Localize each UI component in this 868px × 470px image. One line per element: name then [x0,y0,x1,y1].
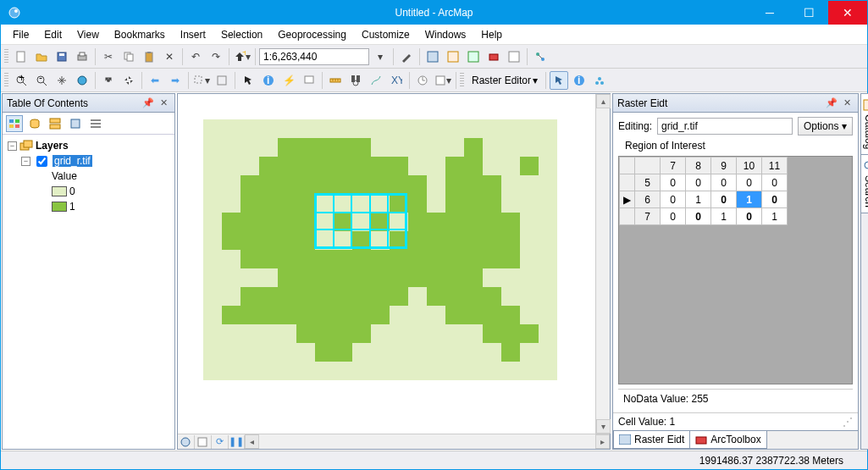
print-icon[interactable] [73,47,91,66]
tab-search[interactable]: Search [861,155,868,213]
undo-icon[interactable]: ↶ [186,47,205,66]
arctoolbox-icon[interactable] [484,47,503,66]
svg-rect-66 [864,100,868,110]
editing-layer-input[interactable] [657,118,793,135]
raster-info-icon[interactable]: i [570,71,589,90]
go-to-xy-icon[interactable]: XY [387,71,406,90]
scroll-up-icon[interactable]: ▴ [596,94,611,108]
html-popup-icon[interactable] [300,71,318,90]
catalog-window-icon[interactable] [444,47,462,66]
select-elements-icon[interactable] [239,71,257,90]
scroll-left-icon[interactable]: ◂ [245,434,259,449]
svg-rect-13 [448,52,458,62]
list-by-drawing-order-icon[interactable] [6,115,23,132]
options-button[interactable]: Options▾ [798,117,853,135]
scroll-right-icon[interactable]: ▸ [595,434,610,449]
raster-edit-tool-icon[interactable] [550,71,568,90]
delete-icon[interactable]: ✕ [160,47,179,66]
list-by-visibility-icon[interactable] [47,115,64,132]
menu-help[interactable]: Help [474,26,509,43]
legend-label-1: 1 [69,201,75,213]
map-view[interactable]: ▴ ▾ ⟳ ❚❚ ◂ ▸ [177,93,611,450]
map-scale-input[interactable] [259,48,369,65]
data-view-icon[interactable] [178,435,195,449]
back-icon[interactable]: ⬅ [146,71,164,90]
menu-insert[interactable]: Insert [174,26,213,43]
paste-icon[interactable] [140,47,158,66]
full-extent-icon[interactable] [73,71,91,90]
collapse-icon[interactable]: − [8,141,17,151]
cut-icon[interactable]: ✂ [99,47,118,66]
python-window-icon[interactable] [505,47,523,66]
zoom-in-icon[interactable]: + [12,71,30,90]
data-frame-label[interactable]: Layers [36,140,69,152]
add-data-icon[interactable]: +▾ [233,47,252,66]
menu-bookmarks[interactable]: Bookmarks [108,26,172,43]
toolbar-grip[interactable] [4,73,8,88]
raster-settings-icon[interactable] [590,71,609,90]
create-viewer-icon[interactable]: ▾ [434,71,452,90]
menu-view[interactable]: View [70,26,106,43]
menu-file[interactable]: File [6,26,36,43]
select-features-icon[interactable]: ▾ [192,71,211,90]
measure-icon[interactable] [326,71,345,90]
pause-drawing-icon[interactable]: ❚❚ [229,435,246,449]
scroll-down-icon[interactable]: ▾ [596,419,611,434]
find-icon[interactable] [346,71,365,90]
forward-icon[interactable]: ➡ [166,71,185,90]
raster-editor-dropdown[interactable]: Raster Editor▾ [467,71,542,90]
svg-line-19 [539,55,542,58]
roi-grid[interactable]: 7891011500000▶601010700101 [618,156,853,384]
tab-catalog[interactable]: Catalog [861,94,868,155]
model-builder-icon[interactable] [531,47,550,66]
vertical-scrollbar[interactable]: ▴ ▾ [595,94,610,434]
time-slider-icon[interactable] [413,71,432,90]
refresh-icon[interactable]: ⟳ [212,435,229,449]
copy-icon[interactable] [119,47,138,66]
fixed-zoom-in-icon[interactable] [99,71,118,90]
toc-toolbar [3,113,174,135]
menu-selection[interactable]: Selection [214,26,269,43]
pin-icon[interactable]: 📌 [825,97,838,110]
hyperlink-icon[interactable]: ⚡ [279,71,298,90]
svg-rect-64 [619,434,631,445]
svg-rect-2 [17,52,25,62]
layer-name[interactable]: grid_r.tif [53,155,92,167]
pan-icon[interactable] [53,71,71,90]
collapse-icon[interactable]: − [21,157,30,166]
open-icon[interactable] [32,47,51,66]
fixed-zoom-out-icon[interactable] [119,71,138,90]
toolbar-grip[interactable] [460,73,464,88]
identify-icon[interactable]: i [259,71,278,90]
options-icon[interactable] [87,115,104,132]
standard-toolbar: ✂ ✕ ↶ ↷ +▾ ▾ [1,45,867,69]
list-by-source-icon[interactable] [26,115,43,132]
svg-rect-6 [80,53,85,56]
layer-visibility-checkbox[interactable] [36,156,47,167]
new-document-icon[interactable] [12,47,30,66]
tab-raster-edit[interactable]: Raster Eidt [613,431,690,449]
menu-customize[interactable]: Customize [355,26,417,43]
editor-toolbar-icon[interactable] [397,47,416,66]
redo-icon[interactable]: ↷ [207,47,225,66]
pin-icon[interactable]: 📌 [141,97,155,110]
editing-label: Editing: [618,120,652,132]
layout-view-icon[interactable] [195,435,212,449]
list-by-selection-icon[interactable] [67,115,84,132]
save-icon[interactable] [53,47,71,66]
menu-edit[interactable]: Edit [37,26,69,43]
cell-value-label: Cell Value: 1 [618,416,675,428]
scale-dropdown-icon[interactable]: ▾ [371,47,390,66]
resize-grip-icon[interactable]: ⋰ [843,416,853,428]
zoom-out-icon[interactable]: - [32,71,51,90]
toolbar-grip[interactable] [4,49,8,64]
close-panel-icon[interactable]: ✕ [157,97,170,110]
clear-selection-icon[interactable] [213,71,231,90]
tab-arctoolbox[interactable]: ArcToolbox [689,431,766,449]
menu-windows[interactable]: Windows [418,26,473,43]
close-panel-icon[interactable]: ✕ [840,97,854,110]
menu-geoprocessing[interactable]: Geoprocessing [271,26,353,43]
search-window-icon[interactable] [464,47,483,66]
find-route-icon[interactable] [367,71,385,90]
table-of-contents-icon[interactable] [423,47,442,66]
